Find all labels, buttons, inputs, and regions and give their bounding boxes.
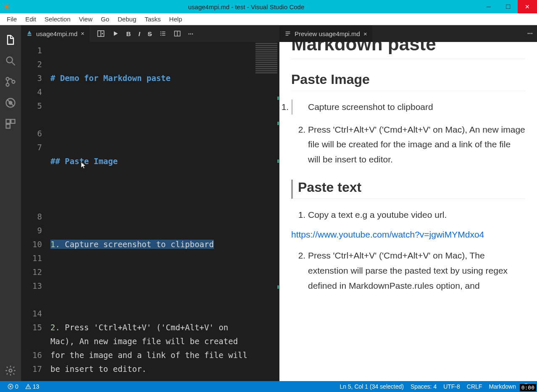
more-icon[interactable]: ···	[527, 30, 537, 37]
run-icon[interactable]	[112, 30, 119, 37]
menu-help[interactable]: Help	[165, 16, 187, 23]
recording-timer: 0:00	[520, 384, 536, 391]
preview-list: Capture screenshot to clipboard Press 'C…	[291, 99, 525, 167]
svg-point-20	[160, 35, 161, 36]
svg-point-19	[160, 33, 161, 34]
menu-view[interactable]: View	[75, 16, 97, 23]
list-icon[interactable]	[160, 30, 166, 37]
svg-point-4	[12, 81, 15, 84]
code-line	[50, 196, 250, 210]
status-spaces[interactable]: Spaces: 4	[407, 383, 440, 390]
svg-point-14	[102, 33, 103, 34]
editor-tabbar: usage4mpi.md × B I S ···	[21, 25, 279, 42]
more-icon[interactable]: ···	[188, 30, 194, 37]
preview-icon	[284, 30, 291, 37]
statusbar: 0 13 Ln 5, Col 1 (34 selected) Spaces: 4…	[0, 381, 537, 392]
menu-edit[interactable]: Edit	[21, 16, 40, 23]
svg-rect-10	[6, 124, 10, 128]
minimap[interactable]	[254, 42, 279, 381]
status-eol[interactable]: CRLF	[463, 383, 486, 390]
activitybar	[0, 25, 21, 381]
status-warnings[interactable]: 13	[22, 383, 43, 390]
svg-point-2	[6, 78, 9, 81]
main-area: usage4mpi.md × B I S ··· 1 2	[0, 25, 537, 381]
preview-tab[interactable]: Preview usage4mpi.md ×	[279, 25, 372, 42]
menubar: File Edit Selection View Go Debug Tasks …	[0, 13, 537, 25]
menu-file[interactable]: File	[3, 16, 21, 23]
split-icon[interactable]	[174, 30, 181, 37]
status-errors[interactable]: 0	[4, 383, 22, 390]
editor-toolbar: B I S ···	[97, 30, 194, 37]
extensions-icon[interactable]	[0, 113, 21, 134]
window-title: usage4mpi.md - test - Visual Studio Code	[13, 3, 479, 10]
preview-side-icon[interactable]	[97, 30, 105, 37]
status-encoding[interactable]: UTF-8	[440, 383, 463, 390]
close-icon[interactable]: ×	[363, 30, 367, 37]
svg-line-1	[12, 63, 15, 65]
svg-point-0	[7, 57, 13, 63]
svg-point-11	[9, 369, 12, 372]
markdown-file-icon	[26, 30, 33, 37]
svg-rect-8	[6, 120, 10, 123]
editor-tab[interactable]: usage4mpi.md ×	[21, 25, 90, 42]
list-item: Copy a text e.g a youtube video url.	[308, 207, 525, 222]
code-content[interactable]: # Demo for Markdown paste ## Paste Image…	[50, 42, 279, 381]
svg-point-30	[28, 388, 28, 388]
minimize-button[interactable]: ─	[479, 0, 498, 13]
status-language[interactable]: Markdown	[485, 383, 519, 390]
code-line: # Demo for Markdown paste	[50, 73, 171, 83]
code-line: ## Paste Image	[50, 157, 118, 166]
explorer-icon[interactable]	[0, 29, 21, 50]
search-icon[interactable]	[0, 50, 21, 71]
menu-tasks[interactable]: Tasks	[140, 16, 165, 23]
line-gutter: 1 2 3 4 5 6 7 8 9 10 11 12	[21, 42, 50, 381]
close-button[interactable]: ✕	[518, 0, 537, 13]
git-icon[interactable]	[0, 71, 21, 92]
code-line	[50, 279, 250, 293]
gear-icon[interactable]	[0, 360, 21, 381]
editor-tab-label: usage4mpi.md	[36, 30, 77, 37]
preview-list: Press 'Ctrl+Alt+V' ('Cmd+Alt+V' on Mac),…	[291, 248, 525, 293]
italic-button[interactable]: I	[138, 30, 140, 37]
preview-tabbar: Preview usage4mpi.md × ···	[279, 25, 537, 42]
debug-icon[interactable]	[0, 92, 21, 113]
preview-body[interactable]: Markdown paste Paste Image Capture scree…	[279, 42, 537, 381]
menu-selection[interactable]: Selection	[40, 16, 75, 23]
strike-button[interactable]: S	[148, 30, 152, 37]
preview-tab-label: Preview usage4mpi.md	[295, 30, 360, 37]
preview-pane: Preview usage4mpi.md × ··· Markdown past…	[279, 25, 537, 381]
bold-button[interactable]: B	[126, 30, 131, 37]
list-item: Capture screenshot to clipboard	[291, 99, 525, 115]
close-icon[interactable]: ×	[81, 30, 84, 37]
svg-rect-9	[11, 120, 15, 123]
preview-h2-paste-image: Paste Image	[291, 72, 525, 91]
status-cursor[interactable]: Ln 5, Col 1 (34 selected)	[336, 383, 407, 390]
menu-debug[interactable]: Debug	[113, 16, 140, 23]
maximize-button[interactable]: ☐	[498, 0, 518, 13]
list-item: Press 'Ctrl+Alt+V' ('Cmd+Alt+V' on Mac),…	[308, 248, 525, 293]
editor-pane: usage4mpi.md × B I S ··· 1 2	[21, 25, 279, 381]
svg-point-18	[160, 31, 161, 32]
list-item: Press 'Ctrl+Alt+V' ('Cmd+Alt+V' on Mac),…	[308, 122, 525, 167]
window-controls: ─ ☐ ✕	[479, 0, 537, 13]
svg-point-3	[6, 84, 9, 86]
editor-area: usage4mpi.md × B I S ··· 1 2	[21, 25, 537, 381]
menu-go[interactable]: Go	[97, 16, 113, 23]
preview-list: Copy a text e.g a youtube video url.	[291, 207, 525, 222]
window-titlebar: usage4mpi.md - test - Visual Studio Code…	[0, 0, 537, 13]
code-line	[50, 113, 250, 127]
vscode-app-icon	[0, 3, 13, 10]
preview-link[interactable]: https://www.youtube.com/watch?v=jgwiMYMd…	[291, 230, 525, 240]
preview-h1: Markdown paste	[291, 42, 525, 59]
preview-h2-paste-text: Paste text	[291, 180, 525, 199]
editor-body[interactable]: 1 2 3 4 5 6 7 8 9 10 11 12	[21, 42, 279, 381]
svg-point-7	[8, 101, 12, 105]
